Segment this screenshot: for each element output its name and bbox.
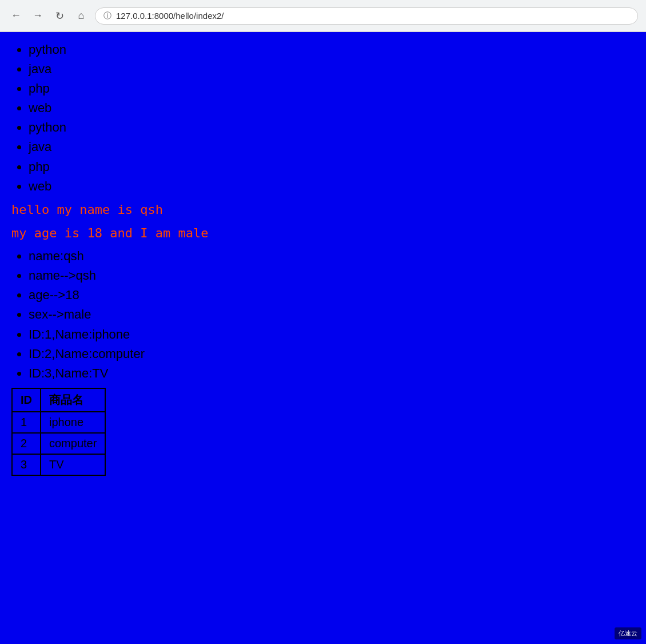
list-item: python [29,118,635,137]
table-row: 3TV [12,454,105,475]
browser-toolbar: ← → ↻ ⌂ ⓘ 127.0.0.1:8000/hello/index2/ [0,0,646,32]
address-bar[interactable]: ⓘ 127.0.0.1:8000/hello/index2/ [95,7,638,25]
list-item: java [29,59,635,79]
table-cell: 3 [12,454,41,475]
list-item: web [29,177,635,196]
list-item: java [29,137,635,157]
table-header-cell: 商品名 [41,388,105,412]
list-item: web [29,98,635,118]
forward-button[interactable]: → [30,8,46,24]
table-cell: 2 [12,433,41,454]
reload-button[interactable]: ↻ [51,8,67,24]
table-cell: computer [41,433,105,454]
info-icon: ⓘ [103,11,111,21]
list-item: python [29,40,635,59]
table-body: 1iphone2computer3TV [12,412,105,475]
list-item: sex-->male [29,305,635,324]
table-cell: iphone [41,412,105,433]
list2: name:qshname-->qshage-->18sex-->maleID:1… [11,247,635,383]
list-item: php [29,157,635,177]
product-table: ID商品名 1iphone2computer3TV [11,388,106,476]
orange-line-2: my age is 18 and I am male [11,223,635,243]
list-item: ID:2,Name:computer [29,344,635,364]
table-header-cell: ID [12,388,41,412]
table-row: 2computer [12,433,105,454]
table-cell: 1 [12,412,41,433]
orange-line-1: hello my name is qsh [11,200,635,220]
table-header-row: ID商品名 [12,388,105,412]
list1: pythonjavaphpwebpythonjavaphpweb [11,40,635,196]
home-button[interactable]: ⌂ [73,8,89,24]
list-item: ID:1,Name:iphone [29,325,635,344]
table-cell: TV [41,454,105,475]
list-item: name:qsh [29,247,635,266]
watermark: 亿速云 [615,627,641,639]
list-item: ID:3,Name:TV [29,364,635,383]
back-button[interactable]: ← [8,8,24,24]
table-row: 1iphone [12,412,105,433]
list-item: age-->18 [29,285,635,305]
url-text: 127.0.0.1:8000/hello/index2/ [116,11,224,21]
list-item: php [29,79,635,98]
page-content: pythonjavaphpwebpythonjavaphpweb hello m… [0,32,646,644]
list-item: name-->qsh [29,266,635,285]
